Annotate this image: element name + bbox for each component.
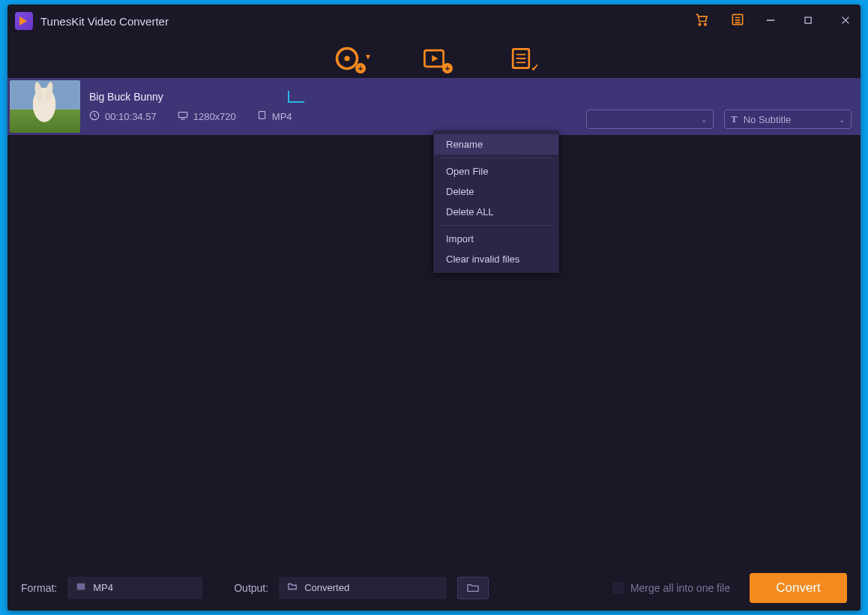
svg-marker-13 [432, 56, 438, 62]
output-label: Output: [234, 582, 268, 594]
add-video-button[interactable]: + [417, 45, 451, 72]
window-controls [762, 15, 855, 28]
format-value: MP4 [93, 582, 113, 593]
chevron-down-icon: ▼ [364, 52, 372, 61]
app-title: TunesKit Video Converter [40, 15, 169, 28]
subtitle-dropdown[interactable]: T No Subtitle ⌄ [724, 110, 852, 129]
svg-rect-22 [77, 584, 85, 590]
context-menu-open-file[interactable]: Open File [434, 161, 558, 182]
plus-badge-icon: + [442, 63, 453, 74]
svg-point-11 [344, 56, 349, 61]
video-thumbnail [10, 80, 80, 133]
convert-button-label: Convert [776, 580, 821, 596]
menu-list-icon[interactable] [730, 12, 745, 31]
app-logo-icon [15, 12, 33, 30]
menu-separator [440, 158, 552, 158]
app-window: TunesKit Video Converter + [7, 4, 861, 610]
merge-checkbox-wrap[interactable]: Merge all into one file [612, 582, 730, 594]
file-resolution: 1280x720 [193, 111, 236, 122]
text-icon: T [731, 113, 738, 125]
format-file-icon [75, 581, 87, 594]
svg-rect-19 [178, 112, 187, 117]
merge-checkbox[interactable] [612, 582, 624, 594]
chevron-down-icon: ⌄ [839, 116, 845, 124]
crop-indicator-icon [288, 91, 304, 103]
format-label: Format: [21, 582, 57, 594]
file-name: Big Buck Bunny [89, 91, 163, 103]
context-menu-import[interactable]: Import [434, 229, 558, 249]
clock-icon [89, 110, 100, 123]
add-disc-button[interactable]: + ▼ [330, 45, 364, 72]
subtitle-value: No Subtitle [744, 114, 792, 125]
merge-label: Merge all into one file [630, 582, 730, 594]
monitor-icon [178, 110, 188, 123]
file-item-row[interactable]: Big Buck Bunny 00:10:34.57 1280x720 [7, 78, 861, 135]
convert-button[interactable]: Convert [750, 573, 847, 603]
format-selector[interactable]: MP4 [67, 577, 202, 599]
close-button[interactable] [837, 15, 855, 28]
plus-badge-icon: + [355, 63, 366, 74]
context-menu-rename[interactable]: Rename [434, 134, 558, 154]
context-menu-delete-all[interactable]: Delete ALL [434, 202, 558, 222]
svg-rect-21 [259, 112, 265, 119]
check-badge-icon: ✓ [531, 62, 540, 74]
context-menu: Rename Open File Delete Delete ALL Impor… [433, 130, 559, 273]
audio-track-dropdown[interactable]: ⌄ [586, 110, 714, 129]
file-duration: 00:10:34.57 [105, 111, 157, 122]
output-path-value: Converted [304, 582, 349, 593]
context-menu-delete[interactable]: Delete [434, 182, 558, 202]
cart-icon[interactable] [694, 12, 709, 31]
context-menu-clear-invalid[interactable]: Clear invalid files [434, 249, 558, 269]
maximize-button[interactable] [799, 15, 817, 28]
svg-point-0 [699, 23, 701, 25]
footer-bar: Format: MP4 Output: Converted Merge all … [7, 564, 861, 610]
titlebar: TunesKit Video Converter [7, 4, 861, 38]
task-list-button[interactable]: ✓ [504, 45, 538, 72]
main-toolbar: + ▼ + ✓ [7, 38, 861, 78]
output-path-field[interactable]: Converted [279, 577, 447, 599]
browse-output-button[interactable] [457, 577, 489, 599]
titlebar-actions [694, 12, 745, 31]
folder-icon [286, 581, 298, 594]
file-type-icon [257, 110, 267, 122]
file-container: MP4 [272, 111, 292, 122]
svg-point-1 [705, 23, 707, 25]
menu-separator [440, 225, 552, 226]
minimize-button[interactable] [762, 15, 780, 28]
svg-rect-7 [805, 17, 811, 23]
file-metadata: 00:10:34.57 1280x720 MP4 [89, 110, 586, 123]
chevron-down-icon: ⌄ [701, 116, 707, 124]
